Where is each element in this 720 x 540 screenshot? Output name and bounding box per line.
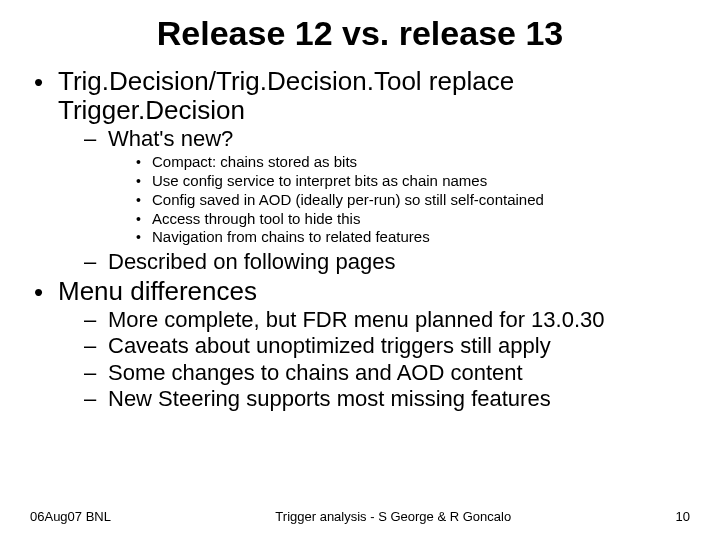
bullet-text: Caveats about unoptimized triggers still… xyxy=(108,333,690,358)
bullet-l3: Navigation from chains to related featur… xyxy=(136,228,690,247)
slide-footer: 06Aug07 BNL Trigger analysis - S George … xyxy=(0,509,720,524)
bullet-l2: Described on following pages xyxy=(84,249,690,274)
bullet-l2: More complete, but FDR menu planned for … xyxy=(84,307,690,332)
bullet-list-l1: Trig.Decision/Trig.Decision.Tool replace… xyxy=(30,67,690,411)
bullet-l2: What's new? Compact: chains stored as bi… xyxy=(84,126,690,247)
bullet-l3: Config saved in AOD (ideally per-run) so… xyxy=(136,191,690,210)
bullet-text: More complete, but FDR menu planned for … xyxy=(108,307,690,332)
bullet-l2: Some changes to chains and AOD content xyxy=(84,360,690,385)
bullet-l3: Access through tool to hide this xyxy=(136,210,690,229)
bullet-text: Trig.Decision/Trig.Decision.Tool replace… xyxy=(58,67,690,124)
bullet-text: Some changes to chains and AOD content xyxy=(108,360,690,385)
footer-center: Trigger analysis - S George & R Goncalo xyxy=(275,509,511,524)
bullet-text: What's new? xyxy=(108,126,690,151)
bullet-text: Access through tool to hide this xyxy=(152,210,360,227)
slide: Release 12 vs. release 13 Trig.Decision/… xyxy=(0,0,720,540)
bullet-list-l2: More complete, but FDR menu planned for … xyxy=(58,307,690,411)
bullet-text: Described on following pages xyxy=(108,249,690,274)
bullet-l2: Caveats about unoptimized triggers still… xyxy=(84,333,690,358)
bullet-text: Navigation from chains to related featur… xyxy=(152,228,430,245)
bullet-l3: Compact: chains stored as bits xyxy=(136,153,690,172)
bullet-l3: Use config service to interpret bits as … xyxy=(136,172,690,191)
footer-page-number: 10 xyxy=(676,509,690,524)
bullet-text: Compact: chains stored as bits xyxy=(152,153,357,170)
footer-date: 06Aug07 BNL xyxy=(30,509,111,524)
bullet-text: New Steering supports most missing featu… xyxy=(108,386,690,411)
bullet-list-l2: What's new? Compact: chains stored as bi… xyxy=(58,126,690,274)
bullet-l1: Trig.Decision/Trig.Decision.Tool replace… xyxy=(30,67,690,275)
bullet-list-l3: Compact: chains stored as bits Use confi… xyxy=(108,153,690,247)
bullet-text: Config saved in AOD (ideally per-run) so… xyxy=(152,191,544,208)
bullet-l2: New Steering supports most missing featu… xyxy=(84,386,690,411)
bullet-text: Use config service to interpret bits as … xyxy=(152,172,487,189)
bullet-l1: Menu differences More complete, but FDR … xyxy=(30,277,690,412)
slide-title: Release 12 vs. release 13 xyxy=(30,14,690,53)
bullet-text: Menu differences xyxy=(58,277,690,306)
